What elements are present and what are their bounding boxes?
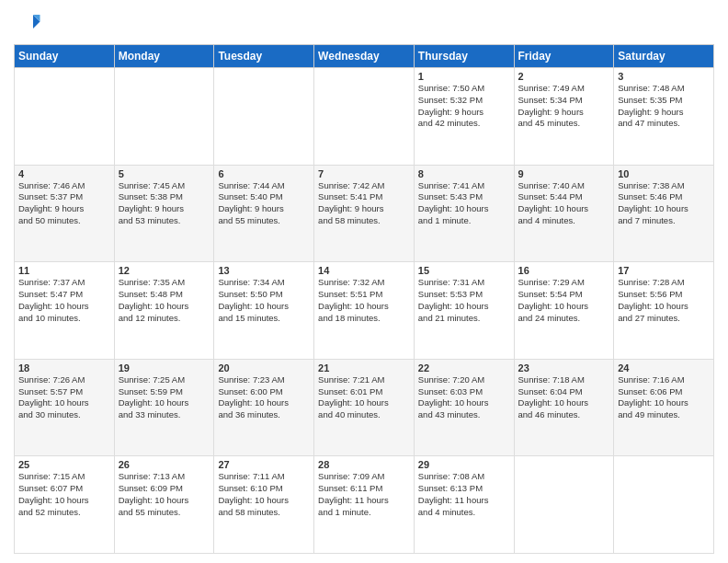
calendar-cell: 28Sunrise: 7:09 AM Sunset: 6:11 PM Dayli… [314, 456, 415, 554]
calendar-day-header: Monday [114, 45, 214, 68]
page: SundayMondayTuesdayWednesdayThursdayFrid… [0, 0, 728, 563]
day-number: 17 [618, 265, 710, 276]
calendar-cell [15, 68, 115, 166]
calendar-cell: 8Sunrise: 7:41 AM Sunset: 5:43 PM Daylig… [414, 165, 514, 262]
calendar-cell: 29Sunrise: 7:08 AM Sunset: 6:13 PM Dayli… [414, 456, 514, 554]
calendar-cell: 16Sunrise: 7:29 AM Sunset: 5:54 PM Dayli… [514, 262, 614, 360]
calendar-cell: 22Sunrise: 7:20 AM Sunset: 6:03 PM Dayli… [414, 359, 514, 456]
day-number: 23 [518, 362, 610, 373]
calendar-week-row: 11Sunrise: 7:37 AM Sunset: 5:47 PM Dayli… [15, 262, 714, 360]
day-info: Sunrise: 7:15 AM Sunset: 6:07 PM Dayligh… [18, 471, 110, 518]
calendar-cell: 10Sunrise: 7:38 AM Sunset: 5:46 PM Dayli… [614, 165, 714, 262]
day-number: 28 [318, 459, 410, 470]
calendar-cell: 4Sunrise: 7:46 AM Sunset: 5:37 PM Daylig… [15, 165, 115, 262]
calendar-cell: 18Sunrise: 7:26 AM Sunset: 5:57 PM Dayli… [15, 359, 115, 456]
calendar-day-header: Saturday [614, 45, 714, 68]
day-info: Sunrise: 7:09 AM Sunset: 6:11 PM Dayligh… [318, 471, 410, 518]
day-number: 1 [418, 71, 510, 82]
day-number: 21 [318, 362, 410, 373]
calendar-cell: 15Sunrise: 7:31 AM Sunset: 5:53 PM Dayli… [414, 262, 514, 360]
day-info: Sunrise: 7:31 AM Sunset: 5:53 PM Dayligh… [418, 277, 510, 324]
day-info: Sunrise: 7:11 AM Sunset: 6:10 PM Dayligh… [218, 471, 310, 518]
calendar-cell: 6Sunrise: 7:44 AM Sunset: 5:40 PM Daylig… [214, 165, 314, 262]
day-number: 20 [218, 362, 310, 373]
day-info: Sunrise: 7:45 AM Sunset: 5:38 PM Dayligh… [119, 180, 210, 227]
calendar-cell: 27Sunrise: 7:11 AM Sunset: 6:10 PM Dayli… [214, 456, 314, 554]
day-info: Sunrise: 7:42 AM Sunset: 5:41 PM Dayligh… [318, 180, 410, 227]
calendar-week-row: 18Sunrise: 7:26 AM Sunset: 5:57 PM Dayli… [15, 359, 714, 456]
day-number: 18 [18, 362, 110, 373]
header [14, 9, 714, 37]
day-number: 7 [318, 168, 410, 179]
day-info: Sunrise: 7:28 AM Sunset: 5:56 PM Dayligh… [618, 277, 710, 324]
day-number: 2 [518, 71, 610, 82]
calendar-cell: 9Sunrise: 7:40 AM Sunset: 5:44 PM Daylig… [514, 165, 614, 262]
day-number: 4 [18, 168, 110, 179]
calendar-day-header: Sunday [15, 45, 115, 68]
day-number: 11 [18, 265, 110, 276]
calendar-cell: 20Sunrise: 7:23 AM Sunset: 6:00 PM Dayli… [214, 359, 314, 456]
day-number: 12 [119, 265, 210, 276]
day-number: 6 [218, 168, 310, 179]
day-number: 5 [119, 168, 210, 179]
calendar-day-header: Friday [514, 45, 614, 68]
day-info: Sunrise: 7:40 AM Sunset: 5:44 PM Dayligh… [518, 180, 610, 227]
day-number: 10 [618, 168, 710, 179]
day-number: 22 [418, 362, 510, 373]
calendar-week-row: 4Sunrise: 7:46 AM Sunset: 5:37 PM Daylig… [15, 165, 714, 262]
calendar-day-header: Tuesday [214, 45, 314, 68]
day-number: 29 [418, 459, 510, 470]
day-number: 25 [18, 459, 110, 470]
day-number: 16 [518, 265, 610, 276]
calendar-cell: 25Sunrise: 7:15 AM Sunset: 6:07 PM Dayli… [15, 456, 115, 554]
calendar-cell [114, 68, 214, 166]
day-info: Sunrise: 7:26 AM Sunset: 5:57 PM Dayligh… [18, 374, 110, 421]
day-info: Sunrise: 7:50 AM Sunset: 5:32 PM Dayligh… [418, 83, 510, 130]
calendar-cell: 21Sunrise: 7:21 AM Sunset: 6:01 PM Dayli… [314, 359, 415, 456]
day-info: Sunrise: 7:20 AM Sunset: 6:03 PM Dayligh… [418, 374, 510, 421]
day-number: 15 [418, 265, 510, 276]
calendar-cell: 12Sunrise: 7:35 AM Sunset: 5:48 PM Dayli… [114, 262, 214, 360]
day-info: Sunrise: 7:48 AM Sunset: 5:35 PM Dayligh… [618, 83, 710, 130]
calendar-cell: 11Sunrise: 7:37 AM Sunset: 5:47 PM Dayli… [15, 262, 115, 360]
calendar-cell [514, 456, 614, 554]
calendar-cell: 26Sunrise: 7:13 AM Sunset: 6:09 PM Dayli… [114, 456, 214, 554]
calendar-cell: 14Sunrise: 7:32 AM Sunset: 5:51 PM Dayli… [314, 262, 415, 360]
logo-icon [14, 9, 41, 37]
day-info: Sunrise: 7:21 AM Sunset: 6:01 PM Dayligh… [318, 374, 410, 421]
day-number: 3 [618, 71, 710, 82]
logo [14, 9, 45, 37]
calendar-cell: 1Sunrise: 7:50 AM Sunset: 5:32 PM Daylig… [414, 68, 514, 166]
day-number: 24 [618, 362, 710, 373]
calendar-week-row: 25Sunrise: 7:15 AM Sunset: 6:07 PM Dayli… [15, 456, 714, 554]
day-number: 13 [218, 265, 310, 276]
day-number: 26 [119, 459, 210, 470]
calendar-cell [614, 456, 714, 554]
calendar-cell: 3Sunrise: 7:48 AM Sunset: 5:35 PM Daylig… [614, 68, 714, 166]
day-info: Sunrise: 7:08 AM Sunset: 6:13 PM Dayligh… [418, 471, 510, 518]
calendar-cell: 7Sunrise: 7:42 AM Sunset: 5:41 PM Daylig… [314, 165, 415, 262]
day-info: Sunrise: 7:23 AM Sunset: 6:00 PM Dayligh… [218, 374, 310, 421]
day-info: Sunrise: 7:41 AM Sunset: 5:43 PM Dayligh… [418, 180, 510, 227]
day-number: 27 [218, 459, 310, 470]
calendar-table: SundayMondayTuesdayWednesdayThursdayFrid… [14, 44, 714, 554]
day-info: Sunrise: 7:32 AM Sunset: 5:51 PM Dayligh… [318, 277, 410, 324]
calendar-day-header: Wednesday [314, 45, 415, 68]
calendar-cell: 23Sunrise: 7:18 AM Sunset: 6:04 PM Dayli… [514, 359, 614, 456]
day-number: 19 [119, 362, 210, 373]
day-info: Sunrise: 7:29 AM Sunset: 5:54 PM Dayligh… [518, 277, 610, 324]
calendar-cell: 17Sunrise: 7:28 AM Sunset: 5:56 PM Dayli… [614, 262, 714, 360]
calendar-cell: 2Sunrise: 7:49 AM Sunset: 5:34 PM Daylig… [514, 68, 614, 166]
calendar-day-header: Thursday [414, 45, 514, 68]
calendar-cell [214, 68, 314, 166]
day-info: Sunrise: 7:44 AM Sunset: 5:40 PM Dayligh… [218, 180, 310, 227]
calendar-week-row: 1Sunrise: 7:50 AM Sunset: 5:32 PM Daylig… [15, 68, 714, 166]
day-number: 14 [318, 265, 410, 276]
day-info: Sunrise: 7:25 AM Sunset: 5:59 PM Dayligh… [119, 374, 210, 421]
day-number: 9 [518, 168, 610, 179]
calendar-cell: 24Sunrise: 7:16 AM Sunset: 6:06 PM Dayli… [614, 359, 714, 456]
day-info: Sunrise: 7:34 AM Sunset: 5:50 PM Dayligh… [218, 277, 310, 324]
day-info: Sunrise: 7:38 AM Sunset: 5:46 PM Dayligh… [618, 180, 710, 227]
calendar-header-row: SundayMondayTuesdayWednesdayThursdayFrid… [15, 45, 714, 68]
day-info: Sunrise: 7:37 AM Sunset: 5:47 PM Dayligh… [18, 277, 110, 324]
